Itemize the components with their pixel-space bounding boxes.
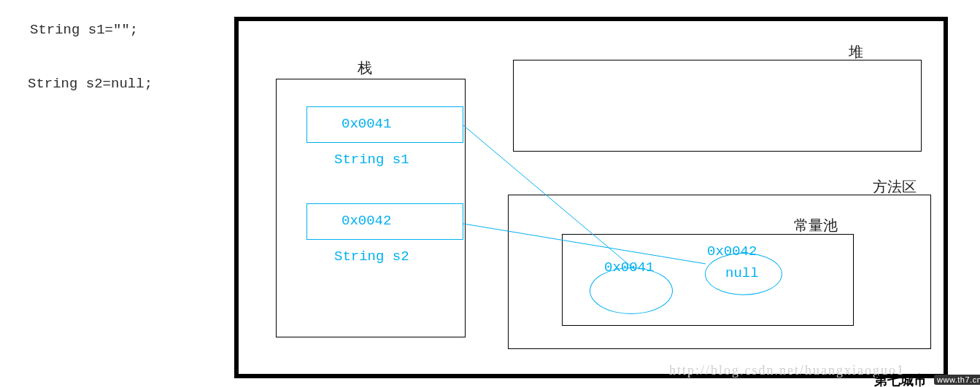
code-line-s1: String s1="";: [30, 22, 138, 38]
code-line-s2: String s2=null;: [28, 76, 153, 92]
stack-slot-s2-addr: 0x0042: [342, 213, 391, 229]
const-entry-0x0042-addr: 0x0042: [707, 243, 757, 259]
watermark-site-url: www.th7.cn: [934, 375, 980, 385]
watermark-site-cn: 第七城市: [874, 372, 927, 387]
stack-title: 栈: [358, 58, 372, 78]
watermark-blog-url: http://blog.csdn.net/huangxiaoguo1: [669, 363, 905, 378]
const-entry-0x0041-addr: 0x0041: [604, 259, 654, 275]
const-pool-title: 常量池: [794, 216, 838, 235]
const-entry-0x0042-value: null: [725, 265, 759, 281]
stack-slot-s1-label: String s1: [334, 152, 409, 168]
heap-title: 堆: [849, 42, 863, 62]
stack-slot-s2-label: String s2: [334, 249, 409, 265]
stack-slot-s1-addr: 0x0041: [342, 116, 391, 132]
heap-box: [513, 60, 922, 152]
method-area-title: 方法区: [873, 177, 917, 197]
